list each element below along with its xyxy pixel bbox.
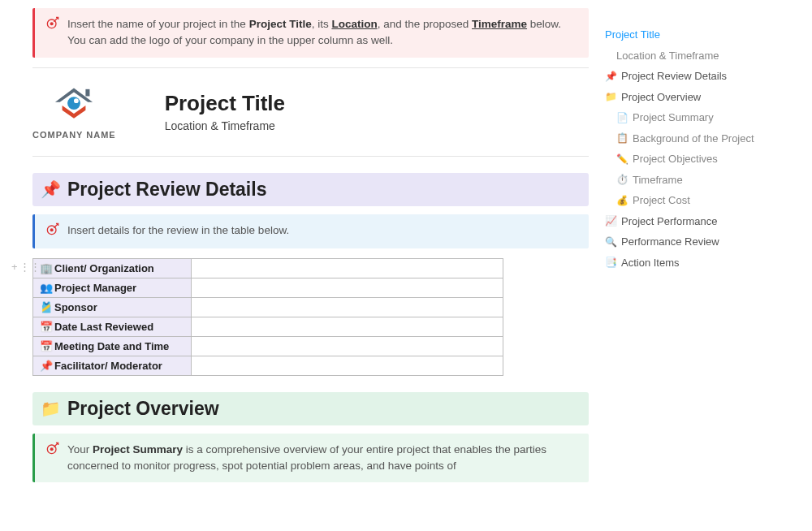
svg-point-6 [50,228,54,231]
toc-item-icon: ⏱️ [616,172,629,187]
toc-item[interactable]: Project Title [605,24,780,45]
toc-item[interactable]: ⏱️Timeframe [605,170,780,191]
row-value[interactable] [192,258,503,278]
intro-callout: Insert the name of your project in the P… [32,8,589,58]
row-icon: 📅 [40,340,53,352]
row-label: 🏢Client/ Organization [33,258,192,278]
toc-item[interactable]: 📄Project Summary [605,107,780,128]
toc-item-label: Background of the Project [633,131,754,147]
overview-callout: Your Project Summary is a comprehensive … [32,434,589,483]
pin-icon: 📌 [41,179,61,199]
toc-item-icon: 📌 [605,69,618,84]
divider [32,67,589,68]
row-value[interactable] [192,356,503,375]
table-row: 📅Meeting Date and Time [33,336,503,356]
toc-item-label: Project Review Details [621,68,727,84]
svg-rect-2 [86,88,90,96]
folder-icon: 📁 [41,399,61,418]
table-row: 📅Date Last Reviewed [33,317,503,336]
company-name-text: COMPANY NAME [32,130,116,140]
svg-point-8 [50,447,54,451]
toc-item[interactable]: Location & Timeframe [605,45,780,67]
review-heading-text: Project Review Details [67,179,266,201]
svg-point-4 [74,98,79,103]
review-heading: 📌 Project Review Details [32,173,589,206]
toc-item-icon: 📄 [616,110,629,125]
main-document: Insert the name of your project in the P… [0,0,597,492]
details-table: 🏢Client/ Organization👥Project Manager🎽Sp… [32,258,503,376]
title-block: Project Title Location & Timeframe [165,91,285,132]
toc-item-icon: ✏️ [616,152,629,166]
target-icon [46,16,59,50]
toc-item-label: Location & Timeframe [616,48,719,64]
table-row: 🏢Client/ Organization [33,258,503,278]
toc-item-icon: 💰 [616,193,629,208]
toc-item[interactable]: 📋Background of the Project [605,128,780,149]
toc-item-icon: 📋 [616,131,629,145]
target-icon [46,222,59,240]
toc-item-label: Project Performance [621,214,718,230]
table-of-contents: Project TitleLocation & Timeframe📌Projec… [597,0,788,492]
document-header: COMPANY NAME Project Title Location & Ti… [32,84,589,140]
row-label: 📅Meeting Date and Time [33,336,192,356]
add-row-icon[interactable]: + [11,261,18,273]
review-callout-text: Insert details for the review in the tab… [67,222,289,240]
table-row: 📌Facilitator/ Moderator [33,356,503,375]
toc-item-icon: 📈 [605,214,618,228]
row-label: 🎽Sponsor [33,297,192,317]
toc-item-label: Project Cost [633,192,690,209]
row-handles[interactable]: + ⋮⋮ [11,261,41,273]
row-icon: 👥 [40,282,53,294]
row-label: 👥Project Manager [33,278,192,297]
review-callout: Insert details for the review in the tab… [32,214,589,248]
overview-heading: 📁 Project Overview [32,392,589,425]
svg-point-3 [67,97,80,110]
intro-callout-text: Insert the name of your project in the P… [67,16,577,50]
details-table-wrap: + ⋮⋮ 🏢Client/ Organization👥Project Manag… [32,258,589,376]
row-value[interactable] [192,336,503,356]
table-row: 👥Project Manager [33,278,503,297]
row-value[interactable] [192,317,503,336]
toc-item-label: Project Title [605,27,660,43]
overview-heading-text: Project Overview [67,398,219,420]
toc-item-icon: 📁 [605,89,618,104]
toc-item[interactable]: 📈Project Performance [605,211,780,232]
row-icon: 📅 [40,321,53,333]
row-icon: 🎽 [40,301,53,313]
toc-item[interactable]: 🔍Performance Review [605,231,780,253]
toc-item-label: Action Items [621,255,680,271]
table-row: 🎽Sponsor [33,297,503,317]
toc-item[interactable]: 📑Action Items [605,253,780,274]
drag-handle-icon[interactable]: ⋮⋮ [19,261,41,273]
toc-item[interactable]: 📁Project Overview [605,87,780,108]
company-logo: COMPANY NAME [32,84,116,140]
toc-item-label: Timeframe [633,172,683,188]
toc-item-label: Project Objectives [633,151,718,167]
toc-item-icon: 🔍 [605,235,618,249]
svg-point-1 [50,22,54,25]
toc-item-label: Project Overview [621,89,701,106]
toc-item-icon: 📑 [605,255,618,270]
target-icon [46,442,59,475]
row-label: 📅Date Last Reviewed [33,317,192,336]
project-subtitle[interactable]: Location & Timeframe [165,119,285,132]
toc-item[interactable]: 📌Project Review Details [605,66,780,87]
row-icon: 🏢 [40,262,53,274]
row-icon: 📌 [40,360,53,372]
toc-item[interactable]: ✏️Project Objectives [605,149,780,170]
divider [32,156,589,157]
row-value[interactable] [192,278,503,297]
toc-item[interactable]: 💰Project Cost [605,190,780,211]
toc-item-label: Performance Review [621,234,719,250]
row-label: 📌Facilitator/ Moderator [33,356,192,375]
overview-callout-text: Your Project Summary is a comprehensive … [67,442,577,475]
row-value[interactable] [192,297,503,317]
project-title[interactable]: Project Title [165,91,285,116]
toc-item-label: Project Summary [633,110,714,126]
